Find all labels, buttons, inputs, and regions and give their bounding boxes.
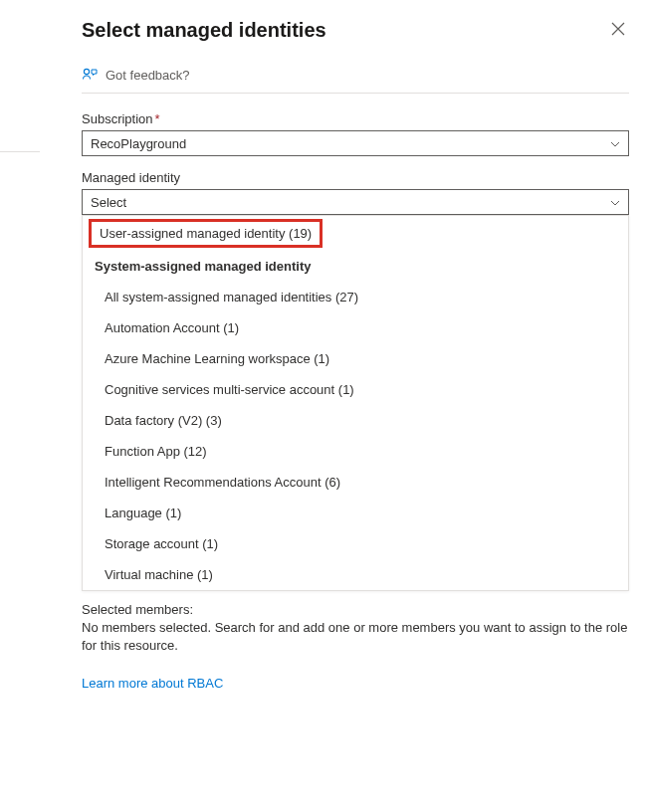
- subscription-field: Subscription* RecoPlayground: [82, 111, 629, 156]
- feedback-label: Got feedback?: [106, 68, 190, 83]
- managed-identity-label: Managed identity: [82, 170, 629, 185]
- dropdown-item-aml-workspace[interactable]: Azure Machine Learning workspace (1): [83, 343, 628, 374]
- panel-title: Select managed identities: [82, 19, 326, 42]
- select-managed-identities-panel: Select managed identities Got feedback? …: [82, 0, 647, 691]
- panel-header: Select managed identities: [82, 18, 629, 43]
- managed-identity-select[interactable]: Select: [82, 189, 629, 215]
- close-icon: [611, 22, 625, 36]
- learn-more-link[interactable]: Learn more about RBAC: [82, 676, 223, 691]
- feedback-icon: [82, 67, 98, 83]
- subscription-label: Subscription*: [82, 111, 629, 126]
- dropdown-item-intelligent-recommendations[interactable]: Intelligent Recommendations Account (6): [83, 467, 628, 498]
- dropdown-item-cognitive-services[interactable]: Cognitive services multi-service account…: [83, 374, 628, 405]
- required-indicator: *: [155, 111, 160, 126]
- dropdown-item-all-system[interactable]: All system-assigned managed identities (…: [83, 282, 628, 312]
- chevron-down-icon: [610, 197, 620, 208]
- dropdown-section-header: System-assigned managed identity: [83, 251, 628, 282]
- left-divider: [0, 151, 40, 152]
- dropdown-item-user-assigned[interactable]: User-assigned managed identity (19): [89, 219, 323, 248]
- subscription-select[interactable]: RecoPlayground: [82, 130, 629, 156]
- selected-members-text: No members selected. Search for and add …: [82, 619, 629, 655]
- managed-identity-placeholder: Select: [91, 195, 126, 210]
- svg-point-0: [84, 69, 89, 74]
- selected-members-label: Selected members:: [82, 601, 629, 619]
- dropdown-item-data-factory[interactable]: Data factory (V2) (3): [83, 405, 628, 436]
- selected-members-section: Selected members: No members selected. S…: [82, 601, 629, 656]
- dropdown-item-function-app[interactable]: Function App (12): [83, 436, 628, 467]
- close-button[interactable]: [607, 18, 629, 43]
- feedback-link[interactable]: Got feedback?: [82, 59, 629, 94]
- managed-identity-field: Managed identity Select User-assigned ma…: [82, 170, 629, 591]
- dropdown-item-language[interactable]: Language (1): [83, 498, 628, 528]
- managed-identity-dropdown: User-assigned managed identity (19) Syst…: [82, 215, 629, 591]
- subscription-value: RecoPlayground: [91, 136, 186, 151]
- chevron-down-icon: [610, 138, 620, 149]
- dropdown-item-automation-account[interactable]: Automation Account (1): [83, 312, 628, 343]
- dropdown-item-storage-account[interactable]: Storage account (1): [83, 528, 628, 559]
- dropdown-item-virtual-machine[interactable]: Virtual machine (1): [83, 559, 628, 590]
